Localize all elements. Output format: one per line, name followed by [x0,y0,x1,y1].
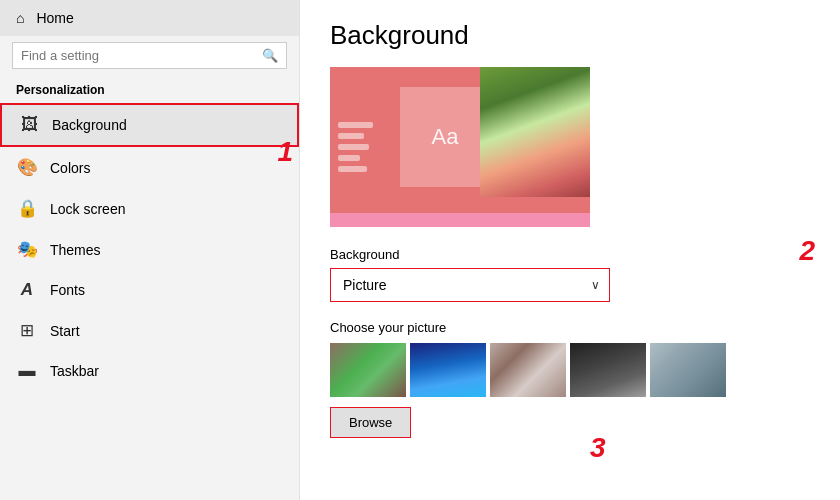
preview-bar-4 [338,155,360,161]
picture-thumb-2[interactable] [410,343,486,397]
picture-thumb-5[interactable] [650,343,726,397]
preview-bar-1 [338,122,373,128]
taskbar-label: Taskbar [50,363,99,379]
background-icon: 🖼 [18,115,40,135]
picture-grid [330,343,810,397]
lock-screen-icon: 🔒 [16,198,38,219]
page-title: Background [330,20,810,51]
main-content: Background Aa Background Picture So [300,0,840,500]
picture-thumb-1[interactable] [330,343,406,397]
sidebar-item-colors[interactable]: 🎨 Colors [0,147,299,188]
start-label: Start [50,323,80,339]
preview-center-box: Aa [400,87,490,187]
taskbar-icon: ▬ [16,361,38,381]
background-dropdown-wrapper: Picture Solid color Slideshow ∨ [330,268,610,302]
sidebar-item-start[interactable]: ⊞ Start [0,310,299,351]
sidebar-item-lock-screen[interactable]: 🔒 Lock screen [0,188,299,229]
background-field-label: Background [330,247,810,262]
personalization-section-label: Personalization [0,79,299,103]
home-label: Home [36,10,73,26]
themes-label: Themes [50,242,101,258]
preview-photo [480,67,590,197]
background-dropdown[interactable]: Picture Solid color Slideshow [330,268,610,302]
choose-picture-label: Choose your picture [330,320,810,335]
sidebar-item-background[interactable]: 🖼 Background [0,103,299,147]
search-box-container: 🔍 [12,42,287,69]
colors-label: Colors [50,160,90,176]
browse-button[interactable]: Browse [330,407,411,438]
sidebar-item-themes[interactable]: 🎭 Themes [0,229,299,270]
preview-aa-text: Aa [432,124,459,150]
main-content-wrapper: Background Aa Background Picture So [300,0,840,500]
preview-bottom-bar [330,213,590,227]
preview-left-bars [330,67,390,227]
sidebar-home[interactable]: ⌂ Home [0,0,299,36]
preview-bar-3 [338,144,369,150]
fonts-label: Fonts [50,282,85,298]
annotation-1: 1 [277,136,293,168]
preview-bar-2 [338,133,364,139]
background-label: Background [52,117,127,133]
annotation-2: 2 [799,235,815,267]
home-icon: ⌂ [16,10,24,26]
colors-icon: 🎨 [16,157,38,178]
sidebar-item-taskbar[interactable]: ▬ Taskbar [0,351,299,391]
sidebar: ⌂ Home 🔍 Personalization 🖼 Background 🎨 … [0,0,300,500]
annotation-3: 3 [590,432,606,464]
picture-thumb-3[interactable] [490,343,566,397]
lock-screen-label: Lock screen [50,201,125,217]
sidebar-item-fonts[interactable]: A Fonts [0,270,299,310]
picture-thumb-4[interactable] [570,343,646,397]
preview-bar-5 [338,166,367,172]
search-input[interactable] [21,48,256,63]
themes-icon: 🎭 [16,239,38,260]
preview-container: Aa [330,67,590,227]
fonts-icon: A [16,280,38,300]
start-icon: ⊞ [16,320,38,341]
search-icon: 🔍 [262,48,278,63]
preview-photo-inner [480,67,590,197]
